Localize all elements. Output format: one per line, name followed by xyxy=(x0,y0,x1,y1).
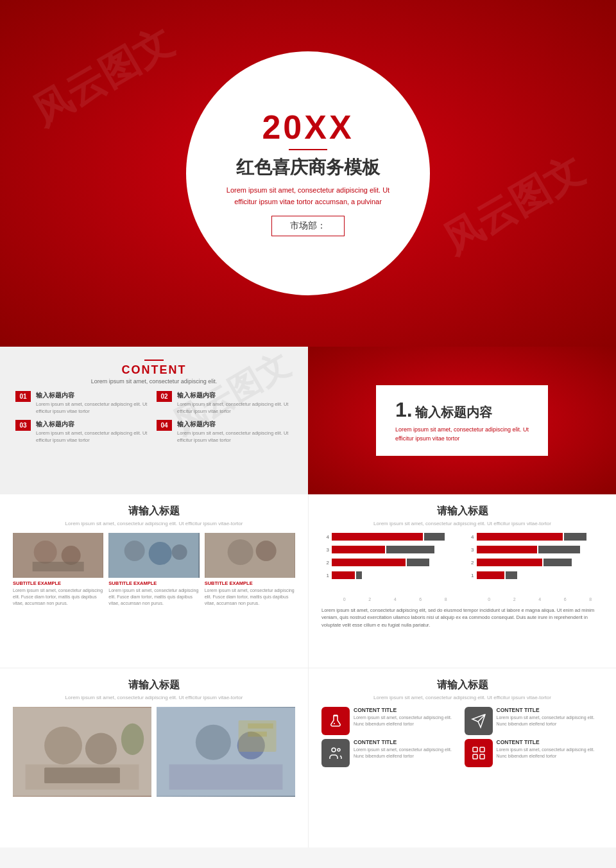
charts-container: 4 3 2 xyxy=(321,533,603,602)
slide-photos2: 请输入标题 Lorem ipsum sit amet, consectetur … xyxy=(0,668,308,847)
svg-point-2 xyxy=(62,546,81,565)
slide-puzzle: 请输入标题 Lorem ipsum sit amet, consectetur … xyxy=(308,668,616,847)
toc-desc-3: Lorem ipsum sit amet, consectetur adipis… xyxy=(36,430,151,444)
photo-label-3: SUBTITLE EXAMPLE xyxy=(205,580,295,586)
bar-row-2-2: 2 xyxy=(466,559,604,566)
chart-description: Lorem ipsum sit amet, consectetur adipis… xyxy=(321,607,603,629)
svg-rect-30 xyxy=(480,754,484,759)
slide-photos: 请输入标题 Lorem ipsum sit amet, consectetur … xyxy=(0,494,308,668)
toc-desc-2: Lorem ipsum sit amet, consectetur adipis… xyxy=(177,401,293,415)
photos-heading: 请输入标题 xyxy=(13,505,295,518)
svg-rect-29 xyxy=(473,754,477,759)
cover-divider xyxy=(289,149,327,150)
toc-item-4: 04 输入标题内容 Lorem ipsum sit amet, consecte… xyxy=(157,420,293,444)
svg-rect-20 xyxy=(169,765,283,790)
puzzle-heading: 请输入标题 xyxy=(321,679,603,692)
photo-label-2: SUBTITLE EXAMPLE xyxy=(108,580,199,586)
toc-heading-4: 输入标题内容 xyxy=(177,420,293,429)
svg-point-12 xyxy=(44,727,82,765)
slide-cover: 风云图文 风云图文 20XX 红色喜庆商务模板 Lorem ipsum sit … xyxy=(0,0,616,347)
photo-desc-1: Lorem ipsum sit amet, consectetur adipis… xyxy=(13,587,103,606)
toc-heading-1: 输入标题内容 xyxy=(36,391,151,400)
puzzle-icon-2 xyxy=(465,707,493,735)
big-photo-1 xyxy=(13,707,151,797)
section-box: 1. 输入标题内容 Lorem ipsum sit amet, consecte… xyxy=(376,385,548,456)
bar-row-3-2: 3 xyxy=(466,546,604,553)
toc-header: CONTENT Lorem ipsum sit amet, consectetu… xyxy=(15,360,293,385)
puzzle-icon-3 xyxy=(321,739,350,767)
svg-rect-23 xyxy=(248,732,266,737)
toc-heading-2: 输入标题内容 xyxy=(177,391,293,400)
photo-desc-2: Lorem ipsum sit amet, consectetur adipis… xyxy=(108,587,199,606)
photo-box-3 xyxy=(205,533,295,578)
cover-dept[interactable]: 市场部： xyxy=(271,216,345,236)
photo-label-1: SUBTITLE EXAMPLE xyxy=(13,580,103,586)
toc-num-3: 03 xyxy=(15,420,31,431)
svg-point-13 xyxy=(85,733,117,765)
slides-row-3: 请输入标题 Lorem ipsum sit amet, consectetur … xyxy=(0,668,616,847)
toc-num-4: 04 xyxy=(157,420,172,431)
puzzle-desc-1: Lorem ipsum sit amet, consectetur adipis… xyxy=(354,715,461,727)
cover-subtitle: Lorem ipsum sit amet, consectetur adipis… xyxy=(227,185,389,207)
slide-toc: 风云图文 CONTENT Lorem ipsum sit amet, conse… xyxy=(0,347,308,494)
svg-point-18 xyxy=(196,725,231,760)
photo-item-3: SUBTITLE EXAMPLE Lorem ipsum sit amet, c… xyxy=(205,533,295,606)
photo-grid: SUBTITLE EXAMPLE Lorem ipsum sit amet, c… xyxy=(13,533,295,606)
svg-point-9 xyxy=(227,539,253,565)
photos-subheading: Lorem ipsum sit amet, consectetur adipis… xyxy=(13,521,295,526)
bar-chart-2: 4 3 2 xyxy=(466,533,604,597)
svg-point-16 xyxy=(121,724,144,755)
puzzle-item-3: CONTENT TITLE Lorem ipsum sit amet, cons… xyxy=(321,739,461,767)
puzzle-title-1: CONTENT TITLE xyxy=(354,707,461,713)
puzzle-grid: CONTENT TITLE Lorem ipsum sit amet, cons… xyxy=(321,707,603,767)
cover-title: 红色喜庆商务模板 xyxy=(236,155,380,180)
toc-grid: 01 输入标题内容 Lorem ipsum sit amet, consecte… xyxy=(15,391,293,444)
photos2-subheading: Lorem ipsum sit amet, consectetur adipis… xyxy=(13,695,295,700)
chart-axis-1: 0 2 4 6 8 xyxy=(321,597,459,602)
slide-section: 1. 输入标题内容 Lorem ipsum sit amet, consecte… xyxy=(308,347,616,494)
svg-point-10 xyxy=(255,541,276,561)
toc-subtitle: Lorem ipsum sit amet, consectetur adipis… xyxy=(15,378,293,385)
photo-item-1: SUBTITLE EXAMPLE Lorem ipsum sit amet, c… xyxy=(13,533,103,606)
svg-point-1 xyxy=(34,541,57,564)
puzzle-subheading: Lorem ipsum sit amet, consectetur adipis… xyxy=(321,695,603,700)
puzzle-desc-2: Lorem ipsum sit amet, consectetur adipis… xyxy=(497,715,604,727)
toc-item-3: 03 输入标题内容 Lorem ipsum sit amet, consecte… xyxy=(15,420,151,444)
puzzle-title-2: CONTENT TITLE xyxy=(497,707,604,713)
svg-rect-3 xyxy=(33,562,84,571)
chart-block-2: 4 3 2 xyxy=(466,533,604,602)
toc-desc-4: Lorem ipsum sit amet, consectetur adipis… xyxy=(177,430,293,444)
puzzle-title-3: CONTENT TITLE xyxy=(354,739,461,745)
slides-row-1: 风云图文 CONTENT Lorem ipsum sit amet, conse… xyxy=(0,347,616,494)
charts-heading: 请输入标题 xyxy=(321,505,603,518)
section-desc: Lorem ipsum sit amet, consectetur adipis… xyxy=(395,426,529,443)
chart-block-1: 4 3 2 xyxy=(321,533,459,602)
svg-rect-4 xyxy=(109,533,199,578)
bar-row-4-1: 4 xyxy=(321,533,459,541)
puzzle-item-2: CONTENT TITLE Lorem ipsum sit amet, cons… xyxy=(465,707,604,735)
puzzle-desc-4: Lorem ipsum sit amet, consectetur adipis… xyxy=(497,747,604,759)
toc-num-2: 02 xyxy=(157,391,172,402)
puzzle-icon-4 xyxy=(465,739,493,767)
photos2-heading: 请输入标题 xyxy=(13,679,295,692)
toc-item-1: 01 输入标题内容 Lorem ipsum sit amet, consecte… xyxy=(15,391,151,415)
slide-charts: 请输入标题 Lorem ipsum sit amet, consectetur … xyxy=(308,494,616,668)
puzzle-item-1: CONTENT TITLE Lorem ipsum sit amet, cons… xyxy=(321,707,461,735)
toc-line xyxy=(144,360,164,361)
bar-row-1-1: 1 xyxy=(321,571,459,579)
svg-rect-27 xyxy=(473,747,477,752)
svg-point-7 xyxy=(172,544,187,560)
photo-box-1 xyxy=(13,533,103,578)
svg-rect-8 xyxy=(205,533,295,578)
svg-rect-15 xyxy=(44,768,120,784)
watermark: 风云图文 xyxy=(23,16,182,138)
svg-point-25 xyxy=(332,748,336,752)
slides-row-2: 请输入标题 Lorem ipsum sit amet, consectetur … xyxy=(0,494,616,668)
charts-subheading: Lorem ipsum sit amet, consectetur adipis… xyxy=(321,521,603,526)
photo-box-2 xyxy=(108,533,199,578)
cover-year: 20XX xyxy=(262,110,354,144)
svg-rect-22 xyxy=(248,724,273,729)
svg-point-24 xyxy=(334,723,335,724)
toc-heading-3: 输入标题内容 xyxy=(36,420,151,429)
photo-item-2: SUBTITLE EXAMPLE Lorem ipsum sit amet, c… xyxy=(108,533,199,606)
